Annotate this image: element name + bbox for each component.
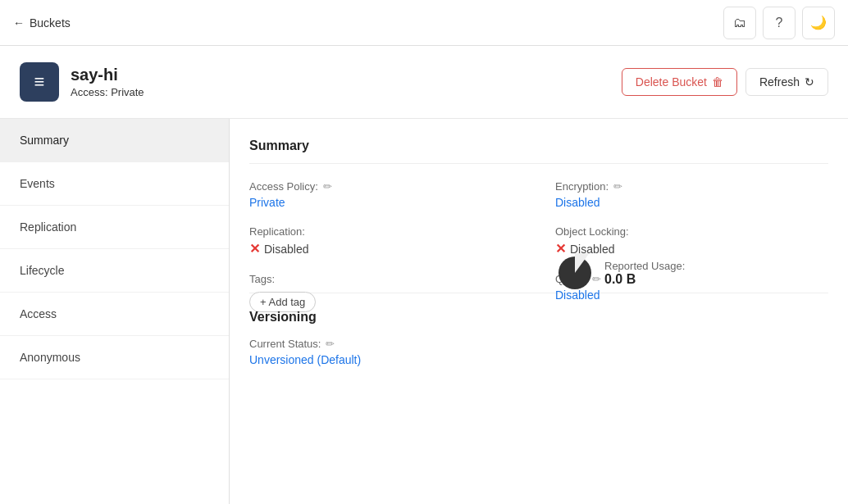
tags-field: Tags: + Add tag	[249, 273, 522, 312]
replication-field: Replication: ✕ Disabled	[249, 225, 522, 257]
delete-bucket-button[interactable]: Delete Bucket 🗑	[622, 68, 737, 96]
access-policy-field: Access Policy: ✏ Private	[249, 180, 522, 209]
trash-icon: 🗑	[712, 75, 723, 89]
bucket-icon: ≡	[20, 62, 59, 102]
encryption-value[interactable]: Disabled	[555, 196, 828, 209]
bucket-access-label: Access: Private	[71, 86, 144, 98]
object-locking-field: Object Locking: ✕ Disabled	[555, 225, 828, 257]
reported-usage-label: Reported Usage:	[604, 260, 685, 272]
add-tag-label: + Add tag	[260, 296, 305, 308]
usage-pie-chart	[555, 253, 595, 293]
encryption-edit-icon[interactable]: ✏	[613, 180, 622, 193]
access-policy-edit-icon[interactable]: ✏	[323, 180, 332, 193]
sidebar-item-access[interactable]: Access	[0, 293, 229, 336]
sidebar-item-replication[interactable]: Replication	[0, 206, 229, 249]
access-policy-label: Access Policy: ✏	[249, 180, 522, 193]
current-status-label: Current Status: ✏	[249, 338, 828, 350]
bucket-icon-symbol: ≡	[34, 71, 45, 93]
folder-icon-button[interactable]: 🗂	[723, 7, 756, 39]
reported-usage-section: Reported Usage: 0.0 B	[555, 253, 828, 293]
help-icon: ?	[776, 16, 783, 30]
refresh-icon: ↻	[805, 75, 814, 89]
back-to-buckets[interactable]: ← Buckets	[13, 16, 71, 30]
tags-label: Tags:	[249, 273, 522, 285]
current-status-field: Current Status: ✏ Unversioned (Default)	[249, 338, 828, 366]
back-label: Buckets	[30, 16, 71, 30]
delete-bucket-label: Delete Bucket	[636, 75, 707, 89]
summary-title: Summary	[249, 138, 828, 164]
tags-value: + Add tag	[249, 288, 522, 312]
bucket-details: say-hi Access: Private	[71, 66, 144, 98]
top-navigation: ← Buckets 🗂 ? 🌙	[0, 0, 848, 46]
help-icon-button[interactable]: ?	[763, 7, 796, 39]
folder-icon: 🗂	[733, 16, 746, 30]
theme-icon-button[interactable]: 🌙	[802, 7, 835, 39]
back-arrow-icon: ←	[13, 16, 25, 30]
bucket-access-value: Private	[111, 86, 144, 98]
object-locking-label: Object Locking:	[555, 225, 828, 238]
sidebar-item-lifecycle[interactable]: Lifecycle	[0, 249, 229, 293]
sidebar-item-anonymous[interactable]: Anonymous	[0, 336, 229, 379]
moon-icon: 🌙	[810, 15, 827, 30]
replication-value: ✕ Disabled	[249, 241, 522, 257]
replication-label: Replication:	[249, 225, 522, 238]
usage-text-block: Reported Usage: 0.0 B	[604, 260, 685, 287]
replication-disabled-icon: ✕	[249, 241, 260, 257]
sidebar-item-events[interactable]: Events	[0, 162, 229, 206]
bucket-name: say-hi	[71, 66, 144, 84]
nav-icon-group: 🗂 ? 🌙	[723, 7, 835, 39]
refresh-label: Refresh	[759, 75, 800, 89]
bucket-header: ≡ say-hi Access: Private Delete Bucket 🗑…	[0, 46, 848, 119]
sidebar-item-summary[interactable]: Summary	[0, 119, 229, 162]
current-status-edit-icon[interactable]: ✏	[326, 338, 335, 350]
encryption-label: Encryption: ✏	[555, 180, 828, 193]
main-layout: Summary Events Replication Lifecycle Acc…	[0, 119, 848, 504]
bucket-info: ≡ say-hi Access: Private	[20, 62, 144, 102]
content-area: Summary Access Policy: ✏ Private Encrypt…	[230, 119, 848, 504]
reported-usage-value: 0.0 B	[604, 272, 685, 287]
refresh-button[interactable]: Refresh ↻	[745, 68, 828, 96]
current-status-value[interactable]: Unversioned (Default)	[249, 353, 828, 366]
encryption-field: Encryption: ✏ Disabled	[555, 180, 828, 209]
header-buttons: Delete Bucket 🗑 Refresh ↻	[622, 68, 828, 96]
sidebar: Summary Events Replication Lifecycle Acc…	[0, 119, 230, 504]
access-policy-value[interactable]: Private	[249, 196, 522, 209]
